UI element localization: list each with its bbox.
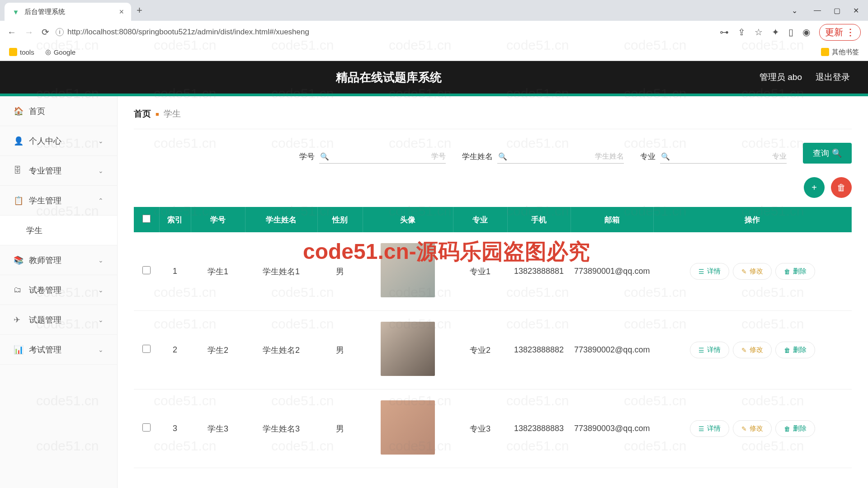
th-gender: 性别 [317, 207, 363, 232]
cell-name: 学生姓名3 [245, 389, 317, 468]
close-icon[interactable]: × [119, 7, 124, 17]
sidebar-item-question[interactable]: ✈试题管理⌄ [0, 305, 117, 335]
cell-phone: 13823888882 [507, 311, 571, 389]
row-checkbox[interactable] [142, 345, 151, 353]
search-input-sid[interactable] [332, 152, 446, 160]
breadcrumb-home[interactable]: 首页 [134, 108, 151, 120]
detail-icon: ☰ [698, 347, 704, 354]
row-checkbox[interactable] [142, 266, 151, 274]
avatar [381, 322, 435, 376]
modify-button[interactable]: ✎修改 [733, 342, 772, 358]
query-button[interactable]: 查询🔍 [803, 143, 852, 164]
table-row: 1学生1学生姓名1男专业113823888881773890001@qq.com… [134, 232, 852, 311]
reload-icon[interactable]: ⟳ [42, 27, 49, 38]
cell-actions: ☰详情✎修改🗑删除 [653, 232, 851, 311]
browser-tab[interactable]: ▼ 后台管理系统 × [5, 3, 131, 21]
th-index: 索引 [159, 207, 191, 232]
maximize-icon[interactable]: ▢ [834, 6, 840, 15]
th-major: 专业 [453, 207, 507, 232]
trash-icon: 🗑 [784, 268, 790, 275]
info-icon[interactable]: i [56, 28, 64, 36]
sidebar-item-student[interactable]: 学生 [0, 216, 117, 245]
new-tab-button[interactable]: + [137, 5, 142, 16]
modify-button[interactable]: ✎修改 [733, 420, 772, 437]
chevron-down-icon: ⌄ [98, 257, 104, 264]
table-body: 1学生1学生姓名1男专业113823888881773890001@qq.com… [134, 232, 852, 468]
search-group-name: 学生姓名 🔍 [462, 150, 624, 164]
cell-index: 3 [159, 389, 191, 468]
modify-button[interactable]: ✎修改 [733, 263, 772, 280]
star-icon[interactable]: ☆ [755, 27, 763, 38]
profile-icon[interactable]: ◉ [802, 27, 810, 38]
sidebar-item-home[interactable]: 🏠首页 [0, 96, 117, 126]
back-icon[interactable]: ← [7, 27, 16, 38]
breadcrumb-sep-icon: ■ [156, 111, 159, 117]
bookmark-other[interactable]: 其他书签 [821, 48, 859, 56]
admin-label[interactable]: 管理员 abo [760, 71, 802, 83]
search-label-sid: 学号 [299, 151, 315, 162]
cell-gender: 男 [317, 311, 363, 389]
main-content: 首页 ■ 学生 学号 🔍 学生姓名 🔍 专业 🔍 查询🔍 + 🗑 [118, 96, 868, 488]
cell-name: 学生姓名1 [245, 232, 317, 311]
plane-icon: ✈ [14, 315, 23, 325]
cell-actions: ☰详情✎修改🗑删除 [653, 389, 851, 468]
extension-icon[interactable]: ✦ [772, 27, 779, 38]
address-actions: ⊶ ⇪ ☆ ✦ ▯ ◉ 更新 ⋮ [720, 24, 861, 41]
search-icon: 🔍 [832, 148, 842, 158]
cell-sid: 学生3 [191, 389, 245, 468]
cell-avatar [363, 389, 453, 468]
logout-link[interactable]: 退出登录 [816, 71, 850, 83]
cell-email: 773890001@qq.com [571, 232, 653, 311]
window-controls: ⌄ — ▢ ✕ [792, 6, 868, 15]
close-window-icon[interactable]: ✕ [853, 6, 859, 15]
cell-sid: 学生2 [191, 311, 245, 389]
plus-icon: + [811, 183, 817, 193]
chevron-down-icon: ⌄ [98, 316, 104, 324]
search-input-name[interactable] [510, 152, 624, 160]
cell-avatar [363, 232, 453, 311]
chevron-down-icon: ⌄ [98, 346, 104, 353]
bookmark-tools[interactable]: tools [9, 48, 34, 56]
system-title: 精品在线试题库系统 [18, 70, 760, 85]
cell-index: 1 [159, 232, 191, 311]
row-checkbox[interactable] [142, 423, 151, 432]
forward-icon[interactable]: → [24, 27, 33, 38]
cell-major: 专业2 [453, 311, 507, 389]
chevron-down-icon[interactable]: ⌄ [792, 6, 797, 15]
detail-button[interactable]: ☰详情 [690, 342, 729, 358]
cell-avatar [363, 311, 453, 389]
search-group-sid: 学号 🔍 [299, 150, 446, 164]
files-icon: 🗂 [14, 285, 23, 295]
sidebar-item-student-mgmt[interactable]: 📋学生管理⌃ [0, 186, 117, 216]
search-label-major: 专业 [640, 151, 656, 162]
detail-button[interactable]: ☰详情 [690, 420, 729, 437]
cell-sid: 学生1 [191, 232, 245, 311]
sidebar-item-paper[interactable]: 🗂试卷管理⌄ [0, 275, 117, 305]
sidebar-item-teacher[interactable]: 📚教师管理⌄ [0, 245, 117, 275]
delete-many-button[interactable]: 🗑 [831, 177, 852, 198]
sidebar-item-major[interactable]: 🗄专业管理⌄ [0, 156, 117, 186]
delete-button[interactable]: 🗑删除 [775, 420, 815, 437]
sidebar-item-exam[interactable]: 📊考试管理⌄ [0, 335, 117, 365]
action-row: + 🗑 [134, 173, 852, 207]
th-actions: 操作 [653, 207, 851, 232]
edit-icon: ✎ [741, 268, 747, 275]
url-display[interactable]: i http://localhost:8080/springbootu521z/… [56, 28, 713, 37]
cell-actions: ☰详情✎修改🗑删除 [653, 311, 851, 389]
sidebar-item-personal[interactable]: 👤个人中心⌄ [0, 126, 117, 156]
add-button[interactable]: + [804, 177, 825, 198]
panel-icon[interactable]: ▯ [788, 27, 793, 38]
delete-button[interactable]: 🗑删除 [775, 263, 815, 280]
key-icon[interactable]: ⊶ [720, 27, 729, 38]
detail-button[interactable]: ☰详情 [690, 263, 729, 280]
browser-chrome: ▼ 后台管理系统 × + ⌄ — ▢ ✕ ← → ⟳ i http://loca… [0, 0, 868, 61]
bookmark-google[interactable]: ◎Google [45, 48, 75, 56]
search-group-major: 专业 🔍 [640, 150, 787, 164]
share-icon[interactable]: ⇪ [738, 27, 745, 38]
trash-icon: 🗑 [784, 347, 790, 354]
search-input-major[interactable] [673, 152, 787, 160]
update-button[interactable]: 更新 ⋮ [819, 24, 861, 41]
delete-button[interactable]: 🗑删除 [775, 342, 815, 358]
select-all-checkbox[interactable] [142, 215, 151, 223]
minimize-icon[interactable]: — [814, 6, 821, 14]
